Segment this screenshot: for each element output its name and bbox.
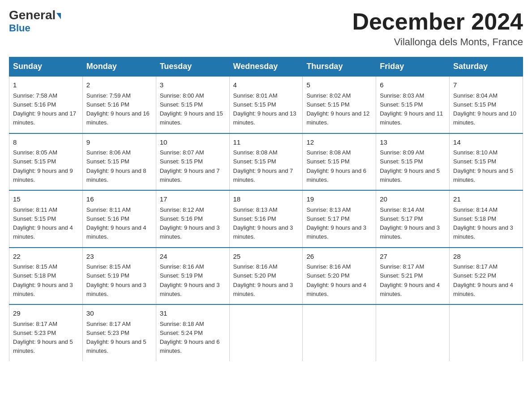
day-info: Sunrise: 8:07 AMSunset: 5:15 PMDaylight:… <box>160 149 220 183</box>
day-number: 14 <box>453 137 519 148</box>
table-row: 20 Sunrise: 8:14 AMSunset: 5:17 PMDaylig… <box>376 190 450 248</box>
logo-triangle-icon <box>56 13 61 19</box>
table-row: 14 Sunrise: 8:10 AMSunset: 5:15 PMDaylig… <box>450 133 523 191</box>
table-row: 6 Sunrise: 8:03 AMSunset: 5:15 PMDayligh… <box>376 76 450 133</box>
table-row: 4 Sunrise: 8:01 AMSunset: 5:15 PMDayligh… <box>229 76 303 133</box>
day-number: 11 <box>233 137 299 148</box>
day-number: 23 <box>86 252 152 262</box>
day-info: Sunrise: 8:09 AMSunset: 5:15 PMDaylight:… <box>380 149 440 183</box>
day-info: Sunrise: 8:02 AMSunset: 5:15 PMDaylight:… <box>306 92 369 126</box>
table-row: 10 Sunrise: 8:07 AMSunset: 5:15 PMDaylig… <box>156 133 229 191</box>
day-number: 15 <box>13 194 79 205</box>
day-info: Sunrise: 8:04 AMSunset: 5:15 PMDaylight:… <box>453 92 516 126</box>
day-number: 27 <box>380 252 446 262</box>
calendar-table: Sunday Monday Tuesday Wednesday Thursday… <box>9 57 523 361</box>
day-number: 17 <box>160 194 226 205</box>
table-row: 7 Sunrise: 8:04 AMSunset: 5:15 PMDayligh… <box>450 76 523 133</box>
day-info: Sunrise: 8:17 AMSunset: 5:23 PMDaylight:… <box>86 321 146 355</box>
table-row <box>376 304 450 361</box>
day-info: Sunrise: 8:18 AMSunset: 5:24 PMDaylight:… <box>160 321 220 355</box>
col-wednesday: Wednesday <box>229 57 303 77</box>
day-number: 24 <box>160 252 226 262</box>
week-row: 15 Sunrise: 8:11 AMSunset: 5:15 PMDaylig… <box>9 190 523 248</box>
day-number: 28 <box>453 252 519 262</box>
table-row: 15 Sunrise: 8:11 AMSunset: 5:15 PMDaylig… <box>9 190 83 248</box>
day-number: 19 <box>306 194 372 205</box>
day-info: Sunrise: 8:05 AMSunset: 5:15 PMDaylight:… <box>13 149 73 183</box>
day-info: Sunrise: 8:14 AMSunset: 5:18 PMDaylight:… <box>453 206 513 240</box>
table-row: 21 Sunrise: 8:14 AMSunset: 5:18 PMDaylig… <box>450 190 523 248</box>
day-info: Sunrise: 8:16 AMSunset: 5:19 PMDaylight:… <box>160 263 220 297</box>
col-friday: Friday <box>376 57 450 77</box>
day-info: Sunrise: 8:16 AMSunset: 5:20 PMDaylight:… <box>233 263 293 297</box>
table-row: 31 Sunrise: 8:18 AMSunset: 5:24 PMDaylig… <box>156 304 229 361</box>
table-row: 25 Sunrise: 8:16 AMSunset: 5:20 PMDaylig… <box>229 248 303 305</box>
week-row: 22 Sunrise: 8:15 AMSunset: 5:18 PMDaylig… <box>9 248 523 305</box>
day-info: Sunrise: 8:03 AMSunset: 5:15 PMDaylight:… <box>380 92 443 126</box>
day-info: Sunrise: 8:11 AMSunset: 5:16 PMDaylight:… <box>86 206 146 240</box>
title-block: December 2024 Vilallonga dels Monts, Fra… <box>352 9 523 48</box>
day-number: 6 <box>380 80 446 90</box>
logo: General Blue <box>9 9 61 34</box>
table-row: 11 Sunrise: 8:08 AMSunset: 5:15 PMDaylig… <box>229 133 303 191</box>
table-row: 17 Sunrise: 8:12 AMSunset: 5:16 PMDaylig… <box>156 190 229 248</box>
day-number: 4 <box>233 80 299 90</box>
month-title: December 2024 <box>352 9 523 34</box>
day-number: 21 <box>453 194 519 205</box>
table-row: 9 Sunrise: 8:06 AMSunset: 5:15 PMDayligh… <box>82 133 156 191</box>
day-number: 8 <box>13 137 79 148</box>
day-number: 18 <box>233 194 299 205</box>
table-row: 8 Sunrise: 8:05 AMSunset: 5:15 PMDayligh… <box>9 133 83 191</box>
week-row: 1 Sunrise: 7:58 AMSunset: 5:16 PMDayligh… <box>9 76 523 133</box>
table-row: 16 Sunrise: 8:11 AMSunset: 5:16 PMDaylig… <box>82 190 156 248</box>
table-row <box>450 304 523 361</box>
day-number: 29 <box>13 308 79 319</box>
day-number: 26 <box>306 252 372 262</box>
col-sunday: Sunday <box>9 57 83 77</box>
day-info: Sunrise: 8:08 AMSunset: 5:15 PMDaylight:… <box>306 149 366 183</box>
day-info: Sunrise: 8:10 AMSunset: 5:15 PMDaylight:… <box>453 149 513 183</box>
day-info: Sunrise: 8:15 AMSunset: 5:18 PMDaylight:… <box>13 263 73 297</box>
day-info: Sunrise: 8:06 AMSunset: 5:15 PMDaylight:… <box>86 149 146 183</box>
day-number: 1 <box>13 80 79 90</box>
table-row: 29 Sunrise: 8:17 AMSunset: 5:23 PMDaylig… <box>9 304 83 361</box>
day-number: 7 <box>453 80 519 90</box>
day-info: Sunrise: 8:08 AMSunset: 5:15 PMDaylight:… <box>233 149 293 183</box>
col-monday: Monday <box>82 57 156 77</box>
day-number: 31 <box>160 308 226 319</box>
table-row: 18 Sunrise: 8:13 AMSunset: 5:16 PMDaylig… <box>229 190 303 248</box>
logo-text: General <box>9 9 61 21</box>
table-row <box>303 304 376 361</box>
table-row: 22 Sunrise: 8:15 AMSunset: 5:18 PMDaylig… <box>9 248 83 305</box>
table-row: 19 Sunrise: 8:13 AMSunset: 5:17 PMDaylig… <box>303 190 376 248</box>
day-info: Sunrise: 8:01 AMSunset: 5:15 PMDaylight:… <box>233 92 296 126</box>
day-info: Sunrise: 8:12 AMSunset: 5:16 PMDaylight:… <box>160 206 220 240</box>
day-info: Sunrise: 8:14 AMSunset: 5:17 PMDaylight:… <box>380 206 440 240</box>
table-row: 12 Sunrise: 8:08 AMSunset: 5:15 PMDaylig… <box>303 133 376 191</box>
table-row: 13 Sunrise: 8:09 AMSunset: 5:15 PMDaylig… <box>376 133 450 191</box>
table-row <box>229 304 303 361</box>
table-row: 27 Sunrise: 8:17 AMSunset: 5:21 PMDaylig… <box>376 248 450 305</box>
day-number: 22 <box>13 252 79 262</box>
day-info: Sunrise: 8:00 AMSunset: 5:15 PMDaylight:… <box>160 92 223 126</box>
header-row: Sunday Monday Tuesday Wednesday Thursday… <box>9 57 523 77</box>
page-header: General Blue December 2024 Vilallonga de… <box>9 9 523 48</box>
day-info: Sunrise: 8:17 AMSunset: 5:21 PMDaylight:… <box>380 263 440 297</box>
day-number: 12 <box>306 137 372 148</box>
col-saturday: Saturday <box>450 57 523 77</box>
day-number: 10 <box>160 137 226 148</box>
day-number: 2 <box>86 80 152 90</box>
day-number: 25 <box>233 252 299 262</box>
logo-blue: Blue <box>9 22 30 34</box>
week-row: 29 Sunrise: 8:17 AMSunset: 5:23 PMDaylig… <box>9 304 523 361</box>
day-info: Sunrise: 8:15 AMSunset: 5:19 PMDaylight:… <box>86 263 146 297</box>
day-number: 30 <box>86 308 152 319</box>
table-row: 1 Sunrise: 7:58 AMSunset: 5:16 PMDayligh… <box>9 76 83 133</box>
day-info: Sunrise: 8:13 AMSunset: 5:17 PMDaylight:… <box>306 206 366 240</box>
day-number: 9 <box>86 137 152 148</box>
week-row: 8 Sunrise: 8:05 AMSunset: 5:15 PMDayligh… <box>9 133 523 191</box>
table-row: 3 Sunrise: 8:00 AMSunset: 5:15 PMDayligh… <box>156 76 229 133</box>
day-info: Sunrise: 7:59 AMSunset: 5:16 PMDaylight:… <box>86 92 150 126</box>
table-row: 26 Sunrise: 8:16 AMSunset: 5:20 PMDaylig… <box>303 248 376 305</box>
day-number: 3 <box>160 80 226 90</box>
